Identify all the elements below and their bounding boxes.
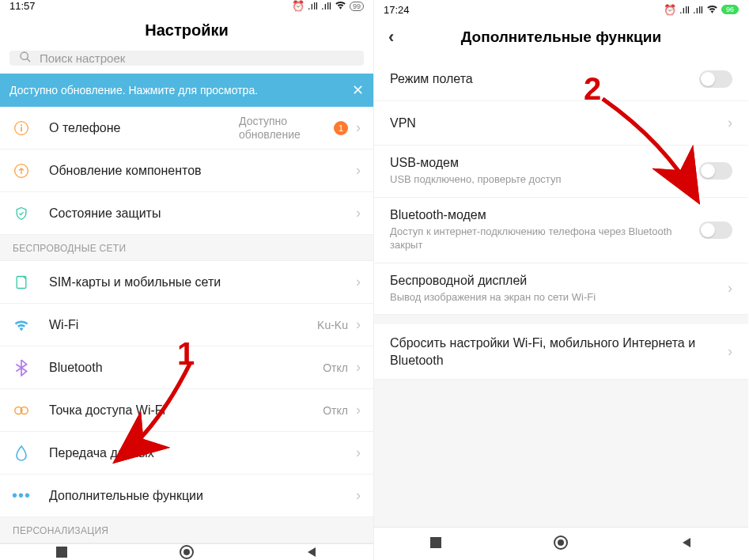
annotation-arrow-2: [0, 0, 749, 560]
